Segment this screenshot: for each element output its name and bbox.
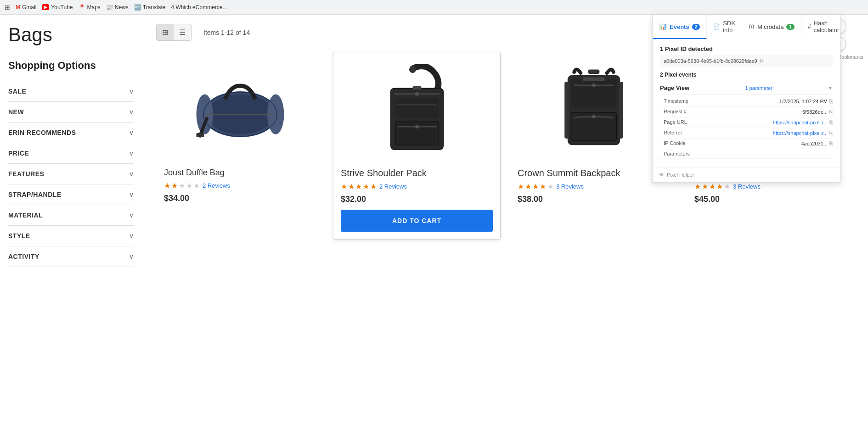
product-card-strive-shoulder[interactable]: Strive Shoulder Pack ★ ★ ★ ★ ★ 2 Reviews… bbox=[333, 52, 501, 240]
star-3: ★ bbox=[179, 181, 185, 190]
detail-key-request: Request # bbox=[664, 109, 687, 115]
referrer-link[interactable]: https://snapchat-pixel.r... bbox=[773, 130, 828, 136]
copy-url-button[interactable]: ⎘ bbox=[829, 119, 833, 126]
filter-features[interactable]: FEATURES ∨ bbox=[8, 163, 134, 184]
filter-material[interactable]: MATERIAL ∨ bbox=[8, 205, 134, 225]
reviews-link-joust-duffle[interactable]: 2 Reviews bbox=[203, 182, 230, 189]
product-name-joust-duffle: Joust Duffle Bag bbox=[164, 168, 316, 178]
product-rating-wayfarer-messenger: ★ ★ ★ ★ ★ 3 Reviews bbox=[694, 182, 846, 191]
filter-sale-label: SALE bbox=[8, 88, 26, 95]
pixel-helper-label: Pixel Helper bbox=[667, 172, 694, 178]
event-details-pageview: Timestamp 1/2/2025, 1:07:24 PM ⎘ Request… bbox=[660, 95, 833, 161]
events-badge: 2 bbox=[692, 24, 700, 30]
copy-referrer-button[interactable]: ⎘ bbox=[829, 130, 833, 136]
sidebar: Bags Shopping Options SALE ∨ NEW ∨ ERIN … bbox=[0, 15, 142, 429]
star-5: ★ bbox=[193, 181, 200, 190]
reviews-link-strive-shoulder[interactable]: 2 Reviews bbox=[379, 183, 407, 190]
pixel-panel-tabs: 📊 Events 2 📄 SDK info ⟨/⟩ Microdata 1 # … bbox=[653, 15, 840, 39]
main-layout: Bags Shopping Options SALE ∨ NEW ∨ ERIN … bbox=[0, 15, 868, 429]
tab-hash-calculator[interactable]: # Hash calculator bbox=[801, 15, 846, 39]
event-name-pageview: Page View bbox=[660, 84, 689, 91]
news-app[interactable]: 📰 News bbox=[106, 4, 129, 11]
tab-microdata[interactable]: ⟨/⟩ Microdata 1 bbox=[742, 15, 801, 39]
star-4: ★ bbox=[363, 182, 369, 191]
pixel-events-title: 2 Pixel events bbox=[660, 72, 833, 78]
detail-val-request: 5f5826de... ⎘ bbox=[802, 109, 833, 115]
translate-icon: 🔤 bbox=[134, 4, 141, 11]
event-row-pageview[interactable]: Page View 1 parameter ▼ bbox=[660, 82, 833, 95]
youtube-icon: ▶ bbox=[42, 4, 49, 10]
product-price-crown-summit: $38.00 bbox=[518, 195, 670, 204]
svg-point-23 bbox=[592, 115, 596, 118]
product-rating-joust-duffle: ★ ★ ★ ★ ★ 2 Reviews bbox=[164, 181, 316, 190]
product-image-joust-duffle bbox=[164, 60, 316, 161]
star-1: ★ bbox=[341, 182, 347, 191]
backpack-illustration bbox=[555, 64, 633, 156]
detail-val-referrer: https://snapchat-pixel.r... ⎘ bbox=[773, 130, 833, 136]
apps-grid-icon[interactable]: ⊞ bbox=[5, 4, 10, 11]
star-1: ★ bbox=[164, 181, 170, 190]
star-3: ★ bbox=[532, 182, 539, 191]
add-to-cart-button[interactable]: ADD TO CART bbox=[341, 210, 493, 232]
list-view-button[interactable]: ☰ bbox=[174, 24, 191, 40]
detail-key-ip-cookie: IP Cookie bbox=[664, 140, 686, 147]
product-image-strive-shoulder bbox=[341, 60, 493, 161]
svg-rect-16 bbox=[412, 86, 421, 90]
product-card-joust-duffle[interactable]: Joust Duffle Bag ★ ★ ★ ★ ★ 2 Reviews $34… bbox=[156, 52, 324, 240]
star-2: ★ bbox=[702, 182, 708, 191]
maps-label: Maps bbox=[87, 4, 101, 11]
detail-key-page-url: Page URL bbox=[664, 119, 687, 126]
copy-pixel-id-button[interactable]: ⎘ bbox=[760, 58, 763, 64]
detail-parameters: Parameters bbox=[660, 149, 833, 159]
filter-price-label: PRICE bbox=[8, 150, 29, 157]
active-tab[interactable]: 4 Which eCommerce... bbox=[171, 4, 227, 11]
copy-timestamp-button[interactable]: ⎘ bbox=[829, 98, 833, 105]
copy-request-button[interactable]: ⎘ bbox=[829, 109, 833, 115]
reviews-link-wayfarer-messenger[interactable]: 3 Reviews bbox=[733, 183, 761, 190]
filter-activity[interactable]: ACTIVITY ∨ bbox=[8, 246, 134, 267]
detail-referrer: Referrer https://snapchat-pixel.r... ⎘ bbox=[660, 128, 833, 139]
event-param-pageview: 1 parameter bbox=[745, 85, 772, 91]
svg-rect-19 bbox=[588, 69, 599, 74]
gmail-app[interactable]: M Gmail bbox=[16, 4, 36, 11]
pixel-id-row: a0de003a-5638-4b95-b1fb-8c28629fdae9 ⎘ bbox=[660, 55, 833, 67]
product-name-crown-summit: Crown Summit Backpack bbox=[518, 168, 670, 178]
chevron-down-icon: ∨ bbox=[129, 232, 134, 240]
shoulder-pack-illustration bbox=[380, 64, 454, 156]
grid-view-button[interactable]: ⊞ bbox=[157, 24, 174, 40]
duffle-bag-illustration bbox=[194, 69, 286, 151]
tab-sdk-info[interactable]: 📄 SDK info bbox=[707, 15, 742, 39]
browser-bar: ⊞ M Gmail ▶ YouTube 📍 Maps 📰 News 🔤 Tran… bbox=[0, 0, 868, 15]
reviews-link-crown-summit[interactable]: 3 Reviews bbox=[556, 183, 584, 190]
tab-label: 4 Which eCommerce... bbox=[171, 4, 227, 11]
star-2: ★ bbox=[171, 181, 178, 190]
page-url-link[interactable]: https://snapchat-pixel.r... bbox=[773, 120, 828, 125]
filter-sale[interactable]: SALE ∨ bbox=[8, 81, 134, 101]
chevron-down-icon: ∨ bbox=[129, 150, 134, 157]
filter-features-label: FEATURES bbox=[8, 170, 44, 178]
tab-events[interactable]: 📊 Events 2 bbox=[653, 15, 707, 39]
youtube-app[interactable]: ▶ YouTube bbox=[42, 4, 73, 11]
news-icon: 📰 bbox=[106, 4, 113, 11]
chevron-down-icon: ∨ bbox=[129, 253, 134, 260]
product-image-crown-summit bbox=[518, 60, 670, 161]
product-name-strive-shoulder: Strive Shoulder Pack bbox=[341, 168, 493, 178]
pixel-id-value: a0de003a-5638-4b95-b1fb-8c28629fdae9 bbox=[664, 58, 757, 64]
filter-erin-recommends[interactable]: ERIN RECOMMENDS ∨ bbox=[8, 122, 134, 143]
events-icon: 📊 bbox=[659, 23, 667, 30]
youtube-label: YouTube bbox=[51, 4, 73, 11]
detail-key-referrer: Referrer bbox=[664, 130, 682, 136]
filter-style[interactable]: STYLE ∨ bbox=[8, 225, 134, 246]
stars-joust-duffle: ★ ★ ★ ★ ★ bbox=[164, 181, 200, 190]
chevron-down-icon: ∨ bbox=[129, 170, 134, 178]
translate-app[interactable]: 🔤 Translate bbox=[134, 4, 166, 11]
pixel-panel-footer: 👁 Pixel Helper bbox=[653, 167, 840, 182]
filter-new[interactable]: NEW ∨ bbox=[8, 101, 134, 122]
filter-strap-handle[interactable]: STRAP/HANDLE ∨ bbox=[8, 184, 134, 205]
filter-style-label: STYLE bbox=[8, 232, 30, 240]
product-price-strive-shoulder: $32.00 bbox=[341, 195, 493, 204]
copy-cookie-button[interactable]: ⎘ bbox=[829, 140, 833, 147]
filter-price[interactable]: PRICE ∨ bbox=[8, 143, 134, 163]
maps-app[interactable]: 📍 Maps bbox=[79, 4, 101, 11]
star-3: ★ bbox=[709, 182, 716, 191]
